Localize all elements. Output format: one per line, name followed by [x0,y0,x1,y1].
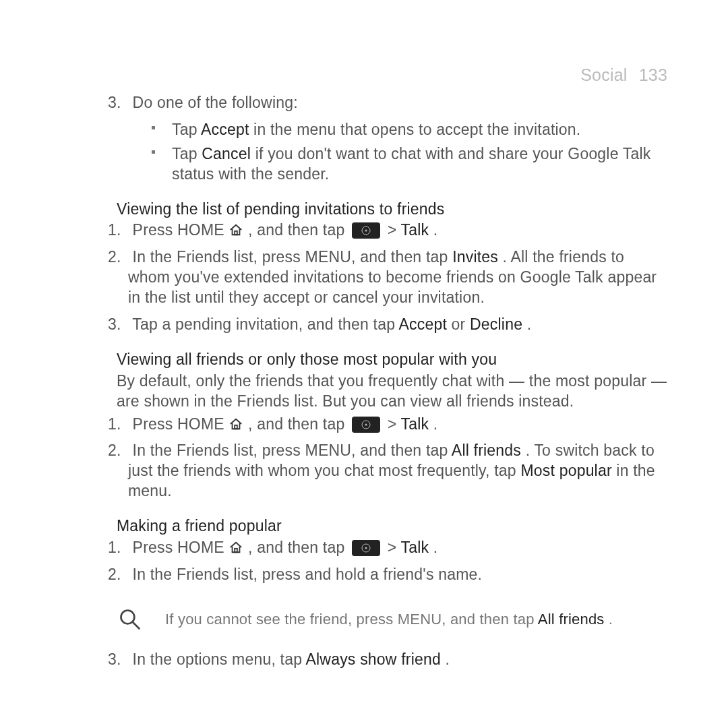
sec1-step-1: 1. Press HOME , and then tap > Talk . [125,220,667,241]
decline-label: Decline [470,315,522,333]
invites-label: Invites [452,248,498,266]
svg-rect-0 [235,231,238,235]
page-header: Social 133 [580,64,667,86]
section-name: Social [580,65,627,84]
home-icon [229,417,243,431]
page-number: 133 [639,65,667,84]
talk-label: Talk [400,415,429,433]
always-show-friend-label: Always show friend [306,650,441,668]
text: . [429,539,437,556]
accept-label: Accept [201,121,249,138]
bullet-cancel: Tap Cancel if you don't want to chat wit… [172,144,667,185]
text: In the Friends list, press and hold a fr… [133,566,483,583]
sec2-step-1: 1. Press HOME , and then tap > Talk . [125,415,667,435]
all-apps-icon [352,417,380,433]
page-content: 3. Do one of the following: Tap Accept i… [0,0,728,704]
most-popular-label: Most popular [520,462,611,479]
heading-pending-invitations: Viewing the list of pending invitations … [117,200,667,220]
sec3-step-2: 2. In the Friends list, press and hold a… [125,565,667,585]
step-number: 1. [108,538,128,558]
text: In the options menu, tap [133,650,306,668]
all-friends-label: All friends [452,442,521,459]
step-number: 3. [108,315,128,335]
step-number: 3. [108,93,128,113]
svg-rect-2 [235,549,238,552]
bullet-text: in the menu that opens to accept the inv… [249,121,581,138]
text: In the Friends list, press MENU, and the… [133,248,453,266]
step-3-text: Do one of the following: [133,94,298,111]
svg-rect-1 [235,425,238,428]
sec2-step-2: 2. In the Friends list, press MENU, and … [125,441,667,502]
step-number: 1. [108,220,128,241]
text: In the Friends list, press MENU, and the… [133,442,452,459]
text: . [429,415,437,433]
text: , and then tap [248,221,349,239]
talk-label: Talk [400,539,429,556]
sec2-steps: 1. Press HOME , and then tap > Talk . 2.… [125,415,667,502]
text: . [522,315,531,333]
cancel-label: Cancel [202,145,251,162]
sec1-step-2: 2. In the Friends list, press MENU, and … [125,247,667,308]
step-3-bullets: Tap Accept in the menu that opens to acc… [172,120,667,185]
sec1-step-3: 3. Tap a pending invitation, and then ta… [125,315,667,335]
step-number: 2. [108,441,128,461]
text: Press HOME [133,539,229,556]
step-number: 1. [108,415,128,435]
text: . [429,221,437,239]
all-apps-icon [352,222,380,239]
text: If you cannot see the friend, press MENU… [165,611,538,628]
step-number: 3. [108,650,128,670]
text: Tap a pending invitation, and then tap [132,315,398,333]
all-apps-icon [352,540,380,556]
bullet-text: Tap [172,121,201,138]
sec3-steps: 1. Press HOME , and then tap > Talk . 2.… [125,538,667,585]
text: > [388,539,401,556]
note-text: If you cannot see the friend, press MENU… [152,610,667,630]
heading-all-friends: Viewing all friends or only those most p… [117,350,667,370]
text: Press HOME [133,221,229,239]
square-bullet-icon [152,150,155,154]
text: . [605,611,613,628]
home-icon [229,541,243,554]
home-icon [229,223,243,237]
magnifier-icon [118,605,152,635]
sec1-steps: 1. Press HOME , and then tap > Talk . 2.… [125,220,667,334]
all-friends-label: All friends [538,611,605,628]
sec3-step-1: 1. Press HOME , and then tap > Talk . [125,538,667,558]
step-number: 2. [108,247,128,268]
talk-label: Talk [400,221,429,239]
text: or [447,315,470,333]
text: Press HOME [133,415,229,433]
text: , and then tap [248,539,349,556]
square-bullet-icon [152,126,155,129]
sec3-step-3: 3. In the options menu, tap Always show … [125,650,667,670]
text: . [441,650,450,668]
text: > [388,221,401,239]
sec3-step3: 3. In the options menu, tap Always show … [125,650,667,670]
heading-make-popular: Making a friend popular [117,516,667,537]
sec2-intro: By default, only the friends that you fr… [117,371,667,412]
step-3: 3. Do one of the following: [125,93,667,113]
bullet-accept: Tap Accept in the menu that opens to acc… [172,120,667,140]
text: > [388,415,401,433]
text: , and then tap [248,415,349,433]
step-number: 2. [108,565,128,585]
tip-note: If you cannot see the friend, press MENU… [118,605,667,635]
accept-label: Accept [398,315,447,333]
bullet-text: Tap [172,145,202,162]
svg-line-4 [133,621,140,628]
